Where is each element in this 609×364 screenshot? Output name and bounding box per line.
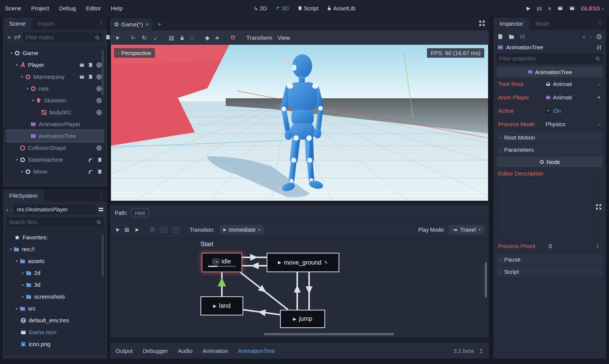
menu-help[interactable]: Help [106,5,128,11]
section-pause[interactable]: › Pause [497,254,603,265]
tree-row-statemachine[interactable]: ▾ StateMachine [6,154,104,166]
sm-autoplay-icon[interactable]: A▸ [160,227,168,232]
tree-row-skeleton[interactable]: ▾ Skeleton [6,94,104,106]
tree-row-player[interactable]: ▾ Player [6,59,104,71]
transition-dropdown[interactable]: ▶ Immediate ▾ [220,225,264,234]
collapse-panel-icon[interactable]: ↥ [479,348,484,354]
menu-transform[interactable]: Transform [246,34,272,41]
use-snap-magnet-icon[interactable]: Ω [231,34,235,41]
state-node-jump[interactable]: ▶ jump [280,310,325,328]
expand-icon[interactable]: ▸ [20,294,26,299]
tree-row-collisionshape[interactable]: CollisionShape [6,142,104,154]
script-icon[interactable] [97,169,102,174]
history-back-icon[interactable]: ‹ [583,33,585,40]
state-machine-graph[interactable]: Start A▸ idle ▶ move_ground ✎ ▶ land ▶ j… [110,239,489,337]
group-selected-icon[interactable]: ∷ [190,34,194,41]
tab-scene[interactable]: Scene [3,18,32,30]
collapse-icon[interactable]: ▾ [14,63,20,67]
tree-root-value[interactable]: Animati ⌄ [545,81,601,87]
visibility-eye-icon[interactable] [96,86,102,92]
open-scene-icon[interactable] [79,74,85,80]
fs-tree-scrollbar[interactable] [102,235,104,277]
bottom-tab-debugger[interactable]: Debugger [143,348,168,354]
renderer-dropdown[interactable]: GLES3⌄ [581,5,604,11]
script-icon[interactable] [88,74,93,80]
fs-row-favorites[interactable]: Favorites: [6,231,104,243]
collapse-icon[interactable]: ▾ [20,169,25,174]
dock-menu-icon[interactable]: ⋮ [98,20,104,27]
menu-editor[interactable]: Editor [81,5,106,11]
visibility-eye-icon[interactable] [96,62,102,68]
expand-icon[interactable]: ▸ [20,283,26,287]
perspective-menu[interactable]: ⁞ Perspective [114,48,155,58]
tab-node[interactable]: Node [529,18,555,30]
instance-scene-button[interactable] [15,34,21,41]
collapse-icon[interactable]: ▾ [20,75,25,79]
edit-pencil-icon[interactable]: ✎ [324,260,328,265]
mode-script-button[interactable]: Script [297,5,318,11]
fs-row-2d[interactable]: ▸ 2d [6,267,104,279]
tab-import[interactable]: Import [32,18,60,30]
expand-icon[interactable]: ▸ [20,271,26,275]
category-animationtree[interactable]: AnimationTree [497,67,603,77]
process-priority-input[interactable]: 0 ▴▾ [545,241,601,251]
sm-end-node-icon[interactable]: ◂E [172,227,179,232]
new-resource-icon[interactable] [497,34,503,40]
visibility-eye-icon[interactable] [96,98,102,104]
sm-select-tool-icon[interactable]: ➤ [113,226,121,234]
fs-row-assets[interactable]: ▾ assets [6,255,104,267]
menu-view[interactable]: View [278,34,290,41]
collapse-icon[interactable]: ▾ [14,259,20,263]
dock-menu-icon[interactable]: ⋮ [597,20,603,27]
play-custom-scene-button[interactable] [569,5,575,11]
tab-inspector[interactable]: Inspector [493,18,529,30]
visibility-eye-icon[interactable] [96,109,102,115]
section-root-motion[interactable]: › Root Motion [497,132,603,143]
fs-row-icon-png[interactable]: icon.png [6,338,104,350]
bottom-tab-animationtree[interactable]: AnimationTree [238,348,275,354]
tab-filesystem[interactable]: FileSystem [3,190,44,202]
bottom-tab-output[interactable]: Output [116,348,133,354]
load-resource-icon[interactable] [508,34,515,40]
filter-nodes-input[interactable] [26,34,95,41]
bottom-tab-audio[interactable]: Audio [178,348,192,354]
viewport-3d[interactable]: ⁞ Perspective FPS: 60 (16.67 ms) [110,45,489,202]
distraction-free-icon[interactable] [479,20,485,26]
tree-row-move[interactable]: ▾ Move [6,166,104,177]
graph-vscrollbar[interactable] [485,262,487,297]
fs-row-3d[interactable]: ▸ 3d [6,279,104,291]
play-scene-button[interactable] [557,5,563,11]
script-icon[interactable] [88,62,93,68]
new-scene-tab-button[interactable]: ＋ [152,20,166,31]
sm-connect-nodes-icon[interactable]: ➤ [134,226,139,233]
save-resource-icon[interactable] [519,34,526,40]
dock-menu-icon[interactable]: ⋮ [98,192,104,199]
current-path[interactable]: res://AnimationPlayer [14,205,96,214]
visibility-eye-icon[interactable] [96,74,102,80]
list-select-icon[interactable]: ▤ [169,34,174,41]
tree-row-animationtree[interactable]: AnimationTree [6,130,104,142]
signal-icon[interactable] [88,157,94,163]
menu-project[interactable]: Project [26,5,54,11]
filter-properties-input[interactable] [499,55,595,62]
scene-tab-game[interactable]: Game(*) × [110,18,152,31]
state-node-move-ground[interactable]: ▶ move_ground ✎ [267,253,339,272]
lock-selected-icon[interactable] [179,35,185,41]
assign-pin-icon[interactable] [596,95,601,100]
active-checkbox[interactable]: ✓ [545,108,551,114]
script-icon[interactable] [97,157,102,162]
category-node[interactable]: Node [497,156,603,167]
collapse-icon[interactable]: ▾ [25,86,30,91]
nav-forward-button[interactable]: › [10,206,12,213]
expand-description-icon[interactable] [596,204,602,210]
tree-row-game[interactable]: ▾ Game [6,47,104,59]
local-space-icon[interactable]: ∗ [215,34,220,41]
path-root-button[interactable]: root [131,208,149,217]
select-tool-icon[interactable]: ➤ [113,34,121,42]
tree-row-animationplayer[interactable]: AnimationPlayer [6,118,104,130]
section-parameters[interactable]: › Parameters [497,144,603,155]
sm-delete-icon[interactable] [150,227,155,232]
graph-hscrollbar[interactable] [264,333,394,335]
tree-row-root[interactable]: ▾ root [6,83,104,94]
history-clock-icon[interactable] [596,34,602,40]
